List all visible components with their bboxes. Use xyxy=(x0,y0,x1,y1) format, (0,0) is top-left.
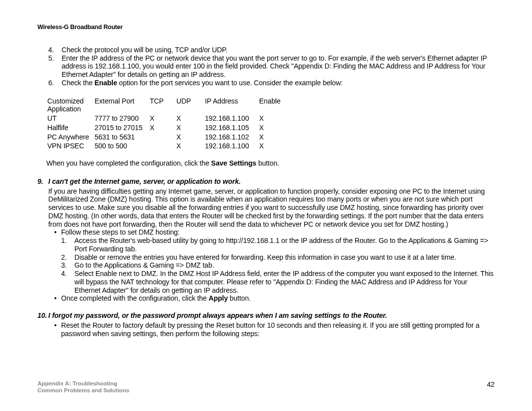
q9-step-2: 2.Disable or remove the entries you have… xyxy=(61,253,495,262)
col-tcp: TCP xyxy=(150,97,175,114)
page-footer: Appendix A: Troubleshooting Common Probl… xyxy=(37,380,495,394)
col-udp: UDP xyxy=(176,97,204,114)
port-forwarding-example-table: CustomizedApplication External Port TCP … xyxy=(46,96,285,152)
step-4: 4.Check the protocol you will be using, … xyxy=(37,46,495,54)
q9-bullet-apply: Once completed with the configuration, c… xyxy=(48,294,495,303)
step-6: 6.Check the Enable option for the port s… xyxy=(37,79,495,87)
table-header-row: CustomizedApplication External Port TCP … xyxy=(47,97,284,114)
q9-step-1: 1.Access the Router's web-based utility … xyxy=(61,237,495,253)
step-5-text: Enter the IP address of the PC or networ… xyxy=(62,54,487,79)
table-row: PC Anywhere 5631 to 5631 X 192.168.1.102… xyxy=(47,133,284,141)
question-9-heading: 9.I can't get the Internet game, server,… xyxy=(37,177,495,186)
save-settings-sentence: When you have completed the configuratio… xyxy=(46,159,495,168)
document-page: Wireless-G Broadband Router 4.Check the … xyxy=(0,0,532,411)
col-customized-application: CustomizedApplication xyxy=(47,97,94,114)
step-6-text: Check the Enable option for the port ser… xyxy=(62,79,343,87)
col-enable: Enable xyxy=(259,97,284,114)
numbered-steps: 4.Check the protocol you will be using, … xyxy=(37,46,495,87)
col-ip-address: IP Address xyxy=(205,97,258,114)
q10-bullet-reset: Reset the Router to factory default by p… xyxy=(48,321,495,338)
q9-paragraph: If you are having difficulties getting a… xyxy=(48,187,495,229)
q9-bullet-follow-steps: Follow these steps to set DMZ hosting: 1… xyxy=(48,228,495,294)
table-row: Halflife 27015 to 27015 X X 192.168.1.10… xyxy=(47,124,284,132)
step-5: 5.Enter the IP address of the PC or netw… xyxy=(37,54,495,79)
footer-left: Appendix A: Troubleshooting Common Probl… xyxy=(37,380,130,394)
q9-step-3: 3.Go to the Applications & Gaming => DMZ… xyxy=(61,261,495,270)
page-number: 42 xyxy=(487,380,495,394)
running-header: Wireless-G Broadband Router xyxy=(37,24,495,31)
question-10-heading: 10.I forgot my password, or the password… xyxy=(37,311,495,320)
table-row: UT 7777 to 27900 X X 192.168.1.100 X xyxy=(47,114,284,123)
q9-step-4: 4.Select Enable next to DMZ. In the DMZ … xyxy=(61,270,495,294)
table-row: VPN IPSEC 500 to 500 X 192.168.1.100 X xyxy=(47,142,284,150)
question-10-body: Reset the Router to factory default by p… xyxy=(48,321,495,338)
question-9-body: If you are having difficulties getting a… xyxy=(48,187,495,303)
col-external-port: External Port xyxy=(95,97,149,114)
step-4-text: Check the protocol you will be using, TC… xyxy=(62,46,228,54)
